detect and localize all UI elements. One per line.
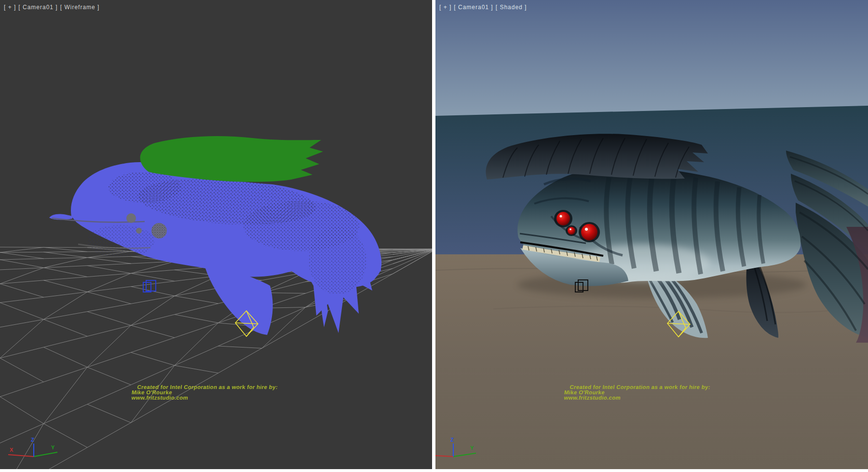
sky (435, 0, 868, 125)
axis-y-label: Y (470, 445, 474, 451)
viewport-split-container: [ + ] [ Camera01 ] [ Wireframe ] (0, 0, 868, 472)
viewport-menu-shading[interactable]: [ Shaded ] (496, 4, 527, 11)
viewport-label: [ + ] [ Camera01 ] [ Wireframe ] (4, 4, 99, 11)
axis-z-label: Z (31, 437, 34, 443)
box-helper[interactable] (143, 280, 156, 292)
world-axis-gizmo: X Y Z (8, 437, 57, 457)
viewport-menu-general[interactable]: [ + ] (439, 4, 451, 11)
axis-y-label: Y (51, 444, 55, 450)
viewport-menu-shading[interactable]: [ Wireframe ] (60, 4, 100, 11)
svg-text:www.fritzstudio.com: www.fritzstudio.com (563, 395, 621, 401)
viewport-menu-camera[interactable]: [ Camera01 ] (18, 4, 57, 11)
eye-mid (556, 212, 570, 225)
eye-small (568, 227, 575, 235)
viewport-label: [ + ] [ Camera01 ] [ Shaded ] (439, 4, 527, 11)
viewport-wireframe[interactable]: [ + ] [ Camera01 ] [ Wireframe ] (0, 0, 432, 469)
fish-model-wireframe[interactable] (49, 136, 381, 335)
credit-text: Created for Intel Corporation as a work … (131, 384, 278, 401)
viewport-menu-camera[interactable]: [ Camera01 ] (454, 4, 493, 11)
axis-z-label: Z (450, 437, 454, 443)
svg-text:www.fritzstudio.com: www.fritzstudio.com (131, 395, 189, 401)
viewport-shaded[interactable]: [ + ] [ Camera01 ] [ Shaded ] (435, 0, 868, 469)
eye-large (581, 224, 597, 240)
viewport-menu-general[interactable]: [ + ] (4, 4, 16, 11)
dorsal-fin[interactable] (140, 136, 323, 182)
axis-x-label: X (10, 447, 14, 453)
